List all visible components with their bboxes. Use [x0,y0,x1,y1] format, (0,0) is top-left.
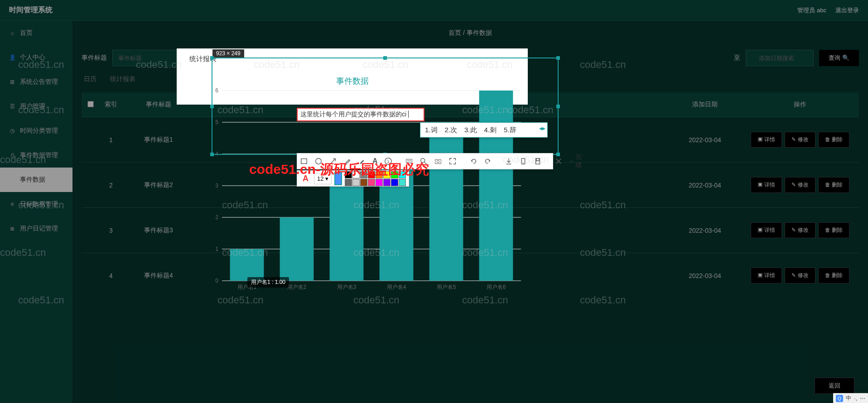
current-color-swatch[interactable] [334,172,342,185]
color-swatch[interactable] [345,171,352,178]
svg-text:用户名4: 用户名4 [387,284,406,290]
svg-text:用户名6: 用户名6 [487,284,506,290]
selection-dimensions: 923 × 249 [212,49,244,58]
svg-point-34 [420,158,424,163]
svg-text:用户名5: 用户名5 [437,284,456,290]
color-swatch[interactable] [360,171,367,178]
ime-candidate[interactable]: 5.辞 [504,126,516,134]
svg-text:1: 1 [215,246,218,252]
handle-br[interactable] [556,153,560,156]
svg-rect-26 [301,159,307,164]
ime-more-icon[interactable]: ⋯ [860,395,865,402]
svg-point-37 [437,160,439,163]
tool-magnify-icon[interactable] [420,157,428,165]
handle-mr[interactable] [556,105,560,108]
ime-candidate[interactable]: 4.刺 [484,126,497,134]
svg-text:用户名2: 用户名2 [287,284,307,290]
color-swatch[interactable] [368,179,375,186]
svg-text:2: 2 [215,214,218,221]
text-cursor [406,110,409,118]
svg-line-28 [331,159,336,164]
tool-close-icon[interactable] [555,157,563,165]
handle-ml[interactable] [210,105,214,108]
tool-text-icon[interactable]: A [372,157,378,165]
color-swatch[interactable] [391,171,398,178]
color-palette [345,171,406,186]
color-swatch[interactable] [383,179,391,186]
svg-rect-18 [330,186,364,281]
screenshot-toolbar: A 1 完成 [297,153,553,169]
color-swatch[interactable] [360,179,367,186]
check-icon [569,158,574,165]
ime-candidate[interactable]: 1.词 [425,126,438,134]
tool-pen-icon[interactable] [343,157,352,165]
color-swatch[interactable] [376,171,383,178]
svg-rect-31 [406,159,412,163]
color-swatch[interactable] [399,171,406,178]
tool-marker-icon[interactable] [358,157,366,165]
svg-point-27 [316,158,322,164]
ime-candidate[interactable]: 3.此 [464,126,477,134]
ime-nav-arrows[interactable]: ◂▸ [539,125,545,132]
color-swatch[interactable] [376,179,383,186]
color-swatch[interactable] [345,179,352,186]
font-indicator-icon: A [300,174,311,183]
svg-text:3: 3 [215,182,218,189]
tool-done-button[interactable]: 完成 [569,153,584,169]
handle-tr[interactable] [556,56,560,60]
color-swatch[interactable] [391,179,398,186]
color-swatch[interactable] [368,171,375,178]
tool-pin-icon[interactable] [534,157,542,165]
tool-arrow-icon[interactable] [329,157,337,165]
ime-punct[interactable]: ·, [854,395,857,402]
svg-text:0: 0 [215,278,218,284]
color-swatch[interactable] [352,179,360,186]
tool-undo-icon[interactable] [469,157,477,165]
font-size-select[interactable]: 12 ▾ [314,173,332,184]
ime-logo-icon[interactable]: Q [836,395,843,402]
handle-bl[interactable] [210,153,214,156]
tool-number-icon[interactable]: 1 [384,157,392,165]
chart-tooltip: 用户名1 : 1.00 [247,277,289,288]
color-swatch[interactable] [399,179,406,186]
handle-tl[interactable] [210,56,214,60]
ime-candidate[interactable]: 2.次 [445,126,458,134]
svg-rect-16 [280,217,314,281]
tool-expand-icon[interactable] [448,157,457,165]
svg-text:用户名3: 用户名3 [337,284,357,290]
tool-phone-icon[interactable] [519,157,527,165]
svg-text:Q: Q [838,396,841,401]
tool-blur-icon[interactable] [405,157,413,165]
chevron-down-icon: ▾ [325,175,328,182]
handle-tm[interactable] [383,56,387,60]
svg-point-41 [523,163,524,164]
font-toolbar: A 12 ▾ [297,170,409,187]
svg-rect-14 [230,249,264,281]
ime-candidate-bar[interactable]: 1.词 2.次 3.此 4.刺 5.辞 ◂▸ [420,122,548,138]
color-swatch[interactable] [383,171,391,178]
tool-rect-icon[interactable] [300,157,308,165]
tool-download-icon[interactable] [505,157,513,165]
ime-mode[interactable]: 中 [846,394,851,402]
taskbar: Q 中 ·, ⋯ [833,393,868,403]
svg-line-35 [424,162,426,164]
tool-capture-icon[interactable] [434,157,442,165]
tool-redo-icon[interactable] [484,157,492,165]
tool-circle-icon[interactable] [314,157,323,165]
color-swatch[interactable] [352,171,360,178]
screenshot-selection[interactable]: 923 × 249 [212,58,559,155]
text-annotation-input[interactable]: 这里统计每个用户提交的事件数据的ci [297,108,424,121]
svg-text:1: 1 [387,159,389,164]
